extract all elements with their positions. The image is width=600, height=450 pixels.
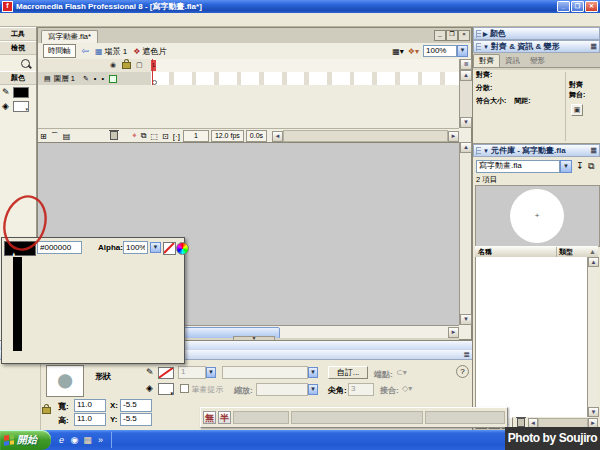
timeline-scroll-up[interactable]: ▲ [460,70,472,81]
cap-style-dropdown[interactable]: ⊂▾ [396,368,407,377]
stage-scroll-up[interactable]: ▲ [460,142,472,153]
stroke-height-dropdown[interactable]: ▼ [206,367,216,378]
name-column-header[interactable]: 名稱 [475,247,556,257]
library-scroll-up[interactable]: ▲ [588,257,599,267]
no-color-button[interactable] [163,242,176,255]
stroke-height-field[interactable]: 1 [178,366,206,379]
zoom-tool[interactable] [17,55,34,71]
edit-scene-button[interactable]: ▦▾ [392,47,404,56]
library-scroll-down[interactable]: ▼ [588,407,599,417]
doc-restore-button[interactable]: ❐ [446,30,458,41]
ime-width-button[interactable]: 半 [218,411,231,424]
timeline-hscroll-track[interactable] [283,130,448,142]
frames-grid[interactable] [151,72,459,86]
alpha-input[interactable] [123,241,148,254]
y-field[interactable]: -5.5 [120,413,152,426]
timeline-menu-icon[interactable]: ≣ [460,59,472,70]
add-motion-guide-button[interactable]: ⌒ [51,131,59,142]
lock-all-icon[interactable] [122,62,131,70]
ime-mode-button[interactable]: 無 [203,411,216,424]
scene-breadcrumb[interactable]: ▦ 場景 1 [95,46,127,57]
modify-onion-markers-button[interactable]: [·] [173,132,180,141]
pin-library-icon[interactable]: ↧ [576,161,584,171]
stage-vscrollbar[interactable]: ▲ ▼ [459,142,471,325]
width-field[interactable]: 11.0 [74,399,106,412]
ime-segment[interactable] [425,411,505,424]
x-field[interactable]: -5.5 [120,399,152,412]
tab-align[interactable]: 對齊 [473,54,500,67]
scale-dropdown[interactable] [256,383,308,396]
stroke-color-swatch[interactable] [13,87,29,98]
to-stage-toggle-button[interactable]: ▣ [571,104,583,116]
color-wheel-button[interactable] [176,242,189,255]
zoom-level-field[interactable]: 100% [423,45,457,57]
stage-scroll-down[interactable]: ▼ [460,314,472,325]
new-library-window-icon[interactable]: ⧉ [588,161,594,172]
start-button[interactable]: 開始 [0,430,51,450]
stroke-color-none-swatch[interactable] [158,367,174,379]
layer-visibility-dot[interactable]: • [94,74,97,83]
show-hide-all-icon[interactable]: ◉ [110,61,116,69]
panel-menu-icon[interactable]: ≣ [463,350,470,359]
library-doc-select[interactable]: 寫字動畫.fla [476,160,560,173]
ime-segment[interactable] [233,411,289,424]
align-panel-title[interactable]: ▼ 對齊 & 資訊 & 變形 ≣ [473,40,600,53]
stage-scroll-right[interactable]: ► [448,327,459,338]
height-field[interactable]: 11.0 [74,413,106,426]
center-frame-button[interactable]: ⌖ [132,131,137,141]
hand-tool[interactable] [0,55,17,71]
scale-dropdown-arrow[interactable]: ▼ [308,384,318,395]
ime-segment[interactable] [291,411,423,424]
fill-color-swatch[interactable]: ▾ [158,383,174,395]
tab-info[interactable]: 資訊 [500,55,525,67]
layer-name[interactable]: 圖層 1 [54,74,75,84]
outline-all-icon[interactable]: ▢ [136,61,143,69]
stroke-style-dropdown-arrow[interactable]: ▼ [308,367,318,378]
minimize-button[interactable]: _ [557,1,570,12]
black-column[interactable] [13,257,22,351]
stroke-color-control[interactable]: ✎ [0,85,36,99]
sort-order-icon[interactable]: ▲ [587,248,598,255]
color-panel-title[interactable]: ▶ 顏色 [473,27,600,40]
library-list[interactable] [475,257,588,417]
frame-rate-field[interactable]: 12.0 fps [211,130,244,142]
help-icon[interactable]: ? [456,365,469,378]
type-column-header[interactable]: 類型 [556,247,587,257]
close-button[interactable]: ✕ [585,1,598,12]
ime-language-bar[interactable]: 無 半 [200,407,508,428]
ie-icon[interactable]: e [55,435,68,445]
stroke-style-dropdown[interactable] [222,366,308,379]
back-arrow-button[interactable]: ⇦ [82,46,90,56]
edit-multiple-frames-button[interactable]: ⊡ [162,132,169,141]
insert-layer-button[interactable]: ⊞ [40,132,47,141]
join-style-dropdown[interactable]: ◇▾ [402,384,412,393]
desktop-icon[interactable]: ◉ [68,435,81,445]
zoom-dropdown-arrow[interactable]: ▼ [457,45,468,57]
layer-outline-color-box[interactable] [109,75,117,83]
doc-close-button[interactable]: × [458,30,470,41]
current-frame-field[interactable]: 1 [183,130,209,142]
fill-color-swatch[interactable]: ▾ [13,101,29,112]
symbol-breadcrumb[interactable]: ❖ 遮色片 [133,46,166,57]
lock-aspect-toggle[interactable] [42,407,51,416]
restore-button[interactable]: ❐ [571,1,584,12]
timeline-toggle-button[interactable]: 時間軸 [43,44,76,58]
custom-stroke-button[interactable]: 自訂... [328,366,368,379]
timeline-ruler[interactable] [151,59,459,73]
delete-layer-button[interactable] [110,131,118,141]
alpha-dropdown-arrow[interactable]: ▼ [150,242,161,253]
panel-menu-icon[interactable]: ≣ [590,146,597,155]
elapsed-time-field[interactable]: 0.0s [246,130,267,142]
library-doc-select-arrow[interactable]: ▼ [560,160,572,173]
layer-row[interactable]: ▤ 圖層 1 ✎ • • [38,72,151,86]
miter-field[interactable]: 3 [348,383,374,396]
insert-folder-button[interactable]: ▤ [63,132,71,141]
hex-color-input[interactable] [37,241,82,254]
chevron-more-icon[interactable]: » [94,435,107,445]
timeline-hscroll-right[interactable]: ► [448,131,459,142]
fill-color-control[interactable]: ◈ ▾ [0,99,36,113]
library-vscrollbar[interactable]: ▲ ▼ [587,257,598,417]
tab-transform[interactable]: 變形 [525,55,550,67]
panel-menu-icon[interactable]: ≣ [590,42,597,51]
doc-minimize-button[interactable]: _ [434,30,446,41]
